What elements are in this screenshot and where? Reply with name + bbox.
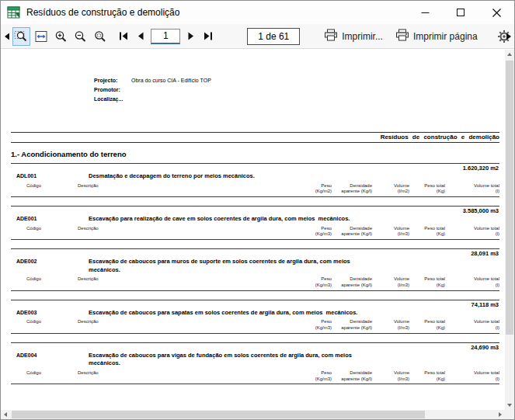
column-header: Volume(l/m3): [372, 276, 409, 289]
column-header: Volume total(l): [445, 319, 499, 331]
column-header: Densidadeaparente (Kg/l): [332, 319, 372, 331]
item-column-headers: CódigoDescriçãoPeso(Kg/m3)Densidadeapare…: [11, 370, 499, 383]
print-button[interactable]: Imprimir...: [320, 27, 387, 46]
column-header: Descrição: [78, 319, 293, 331]
page-count-indicator: 1 de 61: [247, 28, 300, 45]
column-header: Volume(l/m3): [372, 370, 409, 383]
column-header: Peso(Kg/m3): [293, 276, 332, 289]
fit-width-icon: [34, 30, 48, 43]
scroll-left-button[interactable]: [1, 410, 10, 419]
header-rule-bottom: [11, 142, 499, 143]
column-header: Peso total(Kg): [409, 370, 445, 383]
column-header: Densidadeaparente (Kg/l): [332, 183, 372, 196]
item-quantity: 1.620,320 m2: [11, 165, 499, 172]
column-header: Peso(Kg/m2): [293, 183, 332, 196]
column-header: Densidadeaparente (Kg/l): [332, 370, 372, 383]
toolbar-scroll-right-button[interactable]: [504, 26, 513, 47]
window-title: Resíduos de construção e demolição: [26, 7, 179, 18]
item-code: ADE001: [11, 215, 89, 224]
report-header: Projecto: Obra do curso CIA - Edifício T…: [94, 78, 211, 106]
fit-width-button[interactable]: [32, 27, 50, 46]
item-code: ADL001: [11, 172, 89, 181]
project-value: Obra do curso CIA - Edifício TOP: [131, 78, 211, 83]
column-header: Código: [11, 276, 78, 289]
scroll-down-button[interactable]: [505, 401, 514, 410]
report-item: 24,690 m3 ADE004 Escavação de caboucos p…: [11, 342, 499, 385]
printer-icon: [324, 29, 338, 43]
item-main-row: ADE002 Escavação de caboucos para muros …: [11, 258, 499, 274]
column-header: Densidadeaparente (Kg/l): [332, 226, 372, 238]
scrollbar-corner: [505, 410, 514, 419]
horizontal-scrollbar[interactable]: [1, 410, 505, 419]
column-header: Volume total(l): [445, 370, 499, 383]
column-header: Peso(Kg/m3): [293, 370, 332, 383]
column-header: Peso(Kg/m3): [293, 319, 332, 331]
zoom-in-button[interactable]: [51, 27, 69, 46]
report-page: Projecto: Obra do curso CIA - Edifício T…: [1, 50, 505, 410]
item-code: ADE004: [11, 352, 89, 368]
minimize-button[interactable]: [407, 1, 443, 24]
column-header: Descrição: [78, 276, 293, 289]
scroll-up-button[interactable]: [505, 50, 514, 59]
column-header: Descrição: [78, 183, 293, 196]
app-icon: [7, 5, 21, 19]
zoom-out-button[interactable]: [71, 27, 89, 46]
vertical-scrollbar[interactable]: [505, 50, 514, 410]
column-header: Densidadeaparente (Kg/l): [332, 276, 372, 289]
item-code: ADE002: [11, 258, 89, 274]
print-page-button[interactable]: Imprimir página: [391, 27, 482, 46]
page-number-input[interactable]: [151, 29, 180, 44]
column-header: Volume(l/m3): [372, 319, 409, 331]
item-main-row: ADL001 Desmatação e decapagem do terreno…: [11, 172, 499, 181]
column-header: Descrição: [78, 226, 293, 238]
item-description: Escavação para realização de cave em sol…: [89, 215, 378, 224]
location-row: Localizaç...: [94, 96, 211, 102]
column-header: Código: [11, 370, 78, 383]
window-controls: [407, 1, 514, 24]
zoom-marquee-button[interactable]: [12, 27, 30, 46]
item-quantity: 28,091 m3: [11, 250, 499, 258]
last-page-button[interactable]: [200, 27, 215, 46]
maximize-button[interactable]: [443, 1, 478, 24]
maximize-icon: [457, 9, 465, 17]
items-list: 1.620,320 m2 ADL001 Desmatação e decapag…: [11, 163, 499, 393]
item-quantity: 74,118 m3: [11, 301, 499, 309]
zoom-marquee-icon: [14, 30, 28, 43]
vertical-scroll-thumb[interactable]: [506, 61, 513, 335]
item-code: ADE003: [11, 309, 89, 318]
column-header: Descrição: [78, 370, 293, 383]
column-header: Peso total(Kg): [409, 276, 445, 289]
location-label: Localizaç...: [94, 96, 131, 102]
titlebar: Resíduos de construção e demolição: [1, 1, 514, 24]
item-main-row: ADE001 Escavação para realização de cave…: [11, 215, 499, 224]
close-icon: [492, 9, 501, 17]
column-header: Peso total(Kg): [409, 319, 445, 331]
close-button[interactable]: [478, 1, 514, 24]
item-main-row: ADE003 Escavação de caboucos para sapata…: [11, 309, 499, 318]
toolbar-scroll-left-button[interactable]: [2, 26, 12, 47]
promoter-row: Promotor:: [94, 87, 211, 92]
header-rule-top: [11, 132, 499, 133]
promoter-label: Promotor:: [94, 87, 131, 92]
horizontal-scroll-thumb[interactable]: [12, 411, 425, 418]
first-page-button[interactable]: [116, 27, 130, 46]
item-description: Escavação de caboucos para muros de supo…: [89, 258, 378, 274]
last-page-icon: [204, 32, 213, 40]
scroll-right-button[interactable]: [496, 410, 505, 419]
zoom-dynamic-button[interactable]: [91, 27, 109, 46]
item-quantity: 24,690 m3: [11, 344, 499, 352]
column-header: Volume(l/m3): [372, 226, 409, 238]
prev-page-button[interactable]: [133, 27, 148, 46]
item-main-row: ADE004 Escavação de caboucos para vigas …: [11, 352, 499, 368]
toolbar: 1 de 61 Imprimir...: [1, 24, 514, 49]
column-header: Peso(Kg/m3): [293, 226, 332, 238]
report-item: 28,091 m3 ADE002 Escavação de caboucos p…: [11, 248, 499, 291]
zoom-in-icon: [54, 30, 68, 43]
column-header: Volume total(l): [445, 276, 499, 289]
project-label: Projecto:: [94, 78, 131, 83]
next-page-icon: [187, 32, 195, 40]
zoom-out-icon: [74, 30, 87, 43]
column-header: Código: [11, 183, 78, 196]
next-page-button[interactable]: [183, 27, 198, 46]
print-page-button-label: Imprimir página: [413, 31, 478, 42]
